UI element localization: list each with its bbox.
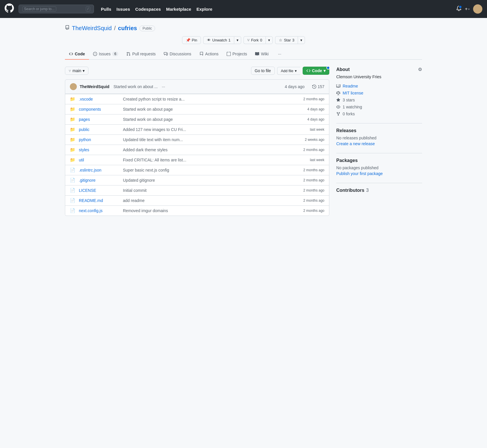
eye-icon: 👁: [207, 38, 211, 42]
folder-icon: 📁: [70, 147, 75, 152]
pin-button[interactable]: 📌 Pin: [182, 36, 201, 44]
search-shortcut: /: [86, 6, 90, 12]
go-to-file-button[interactable]: Go to file: [251, 67, 275, 75]
file-name[interactable]: LICENSE: [79, 188, 119, 193]
stars-item: 3 stars: [336, 98, 422, 102]
file-desc: Added 127 new images to CU Fri...: [123, 127, 306, 132]
unwatch-button[interactable]: 👁 Unwatch 1: [203, 36, 234, 44]
tab-code[interactable]: Code: [65, 49, 89, 60]
contributors-title: Contributors 3: [336, 188, 422, 193]
file-name[interactable]: .gitignore: [79, 178, 119, 183]
content-area: ⑂ main ▾ Go to file Add file ▾ Code ▾: [65, 60, 422, 216]
tab-discussions-label: Discussions: [170, 52, 191, 56]
about-section: About ⚙ Clemson University Fries Readme …: [336, 67, 422, 116]
file-name[interactable]: public: [79, 127, 119, 132]
nav-explore[interactable]: Explore: [197, 7, 212, 12]
tab-discussions[interactable]: Discussions: [160, 49, 195, 60]
star-label: Star: [284, 38, 291, 42]
nav-issues[interactable]: Issues: [117, 7, 130, 12]
file-time: 4 days ago: [307, 107, 324, 111]
packages-section: Packages No packages published Publish y…: [336, 158, 422, 176]
nav-codespaces[interactable]: Codespaces: [135, 7, 161, 12]
create-release-link[interactable]: Create a new release: [336, 141, 375, 146]
readme-link[interactable]: Readme: [343, 84, 358, 88]
star-button[interactable]: ☆ Star 3: [275, 36, 298, 44]
fork-button[interactable]: ⑂ Fork 0: [244, 36, 266, 44]
folder-icon: 📁: [70, 127, 75, 132]
commit-dots[interactable]: ···: [162, 84, 165, 89]
file-row: 📁 public Added 127 new images to CU Fri.…: [65, 124, 329, 134]
add-file-caret: ▾: [295, 69, 297, 73]
go-to-file-label: Go to file: [255, 68, 271, 73]
repo-main: ⑂ main ▾ Go to file Add file ▾ Code ▾: [65, 67, 329, 216]
file-name[interactable]: components: [79, 107, 119, 112]
unwatch-caret[interactable]: ▾: [234, 36, 241, 44]
divider: [336, 123, 422, 123]
fork-split: ⑂ Fork 0 ▾: [244, 36, 273, 44]
plus-menu[interactable]: + ▾: [465, 6, 470, 12]
add-file-button[interactable]: Add file ▾: [277, 67, 300, 75]
repo-owner[interactable]: TheWeirdSquid: [72, 25, 112, 32]
file-time: 2 weeks ago: [305, 138, 324, 142]
fork-caret[interactable]: ▾: [266, 36, 273, 44]
about-title: About: [336, 67, 350, 72]
search-box[interactable]: Search or jump to... /: [19, 5, 94, 13]
file-name[interactable]: next.config.js: [79, 208, 119, 213]
tab-projects[interactable]: Projects: [223, 49, 251, 60]
publish-package-link[interactable]: Publish your first package: [336, 171, 383, 176]
file-icon: 📄: [70, 208, 75, 213]
file-name[interactable]: styles: [79, 147, 119, 152]
divider: [336, 153, 422, 153]
no-package-text: No packages published: [336, 165, 422, 170]
file-name[interactable]: util: [79, 158, 119, 162]
tab-wiki-label: Wiki: [261, 52, 268, 56]
github-logo[interactable]: [5, 3, 14, 14]
file-time: 2 months ago: [303, 97, 324, 101]
unwatch-split: 👁 Unwatch 1 ▾: [203, 36, 241, 44]
stars-count: 3 stars: [343, 98, 355, 102]
user-avatar[interactable]: [473, 4, 482, 14]
star-caret[interactable]: ▾: [298, 36, 305, 44]
notification-bell[interactable]: [456, 6, 461, 12]
tab-wiki[interactable]: Wiki: [251, 49, 272, 60]
branch-selector[interactable]: ⑂ main ▾: [65, 67, 88, 75]
file-name[interactable]: pages: [79, 117, 119, 122]
commit-time: 4 days ago: [285, 84, 305, 89]
tab-issues-badge: 6: [112, 52, 118, 56]
no-release-text: No releases published: [336, 136, 422, 140]
contributors-label: Contributors: [336, 188, 364, 193]
commit-author[interactable]: TheWeirdSquid: [80, 84, 109, 89]
nav-marketplace[interactable]: Marketplace: [166, 7, 191, 12]
folder-icon: 📁: [70, 137, 75, 142]
nav-right: + ▾: [456, 4, 482, 14]
file-name[interactable]: .eslintrc.json: [79, 168, 119, 172]
about-description: Clemson University Fries: [336, 74, 422, 79]
tab-actions[interactable]: Actions: [195, 49, 223, 60]
tab-pull-requests[interactable]: Pull requests: [122, 49, 160, 60]
commit-avatar: [70, 83, 77, 90]
file-row: 📄 LICENSE Initial commit 2 months ago: [65, 185, 329, 195]
file-row: 📁 pages Started work on about page 4 day…: [65, 114, 329, 124]
file-desc: Started work on about page: [123, 117, 304, 122]
pin-icon: 📌: [186, 38, 190, 42]
nav-pulls[interactable]: Pulls: [101, 7, 111, 12]
gear-icon[interactable]: ⚙: [418, 67, 422, 72]
tab-more[interactable]: ···: [274, 49, 286, 60]
license-link[interactable]: MIT license: [343, 91, 363, 95]
code-button[interactable]: Code ▾: [303, 67, 329, 75]
file-name[interactable]: python: [79, 137, 119, 142]
branch-icon: ⑂: [69, 69, 71, 73]
file-name[interactable]: .vscode: [79, 97, 119, 101]
tab-issues[interactable]: Issues 6: [89, 49, 122, 60]
tab-pr-label: Pull requests: [132, 52, 156, 56]
watching-item: 1 watching: [336, 105, 422, 109]
file-row: 📄 next.config.js Removed imgur domains 2…: [65, 205, 329, 216]
commit-history-button[interactable]: 157: [312, 84, 324, 89]
file-time: last week: [310, 128, 324, 132]
contributors-count: 3: [366, 188, 369, 193]
file-name[interactable]: README.md: [79, 198, 119, 203]
repo-name[interactable]: cufries: [118, 25, 137, 32]
star-count: 3: [292, 38, 294, 42]
file-icon: 📄: [70, 178, 75, 183]
fork-count: 0: [260, 38, 262, 42]
